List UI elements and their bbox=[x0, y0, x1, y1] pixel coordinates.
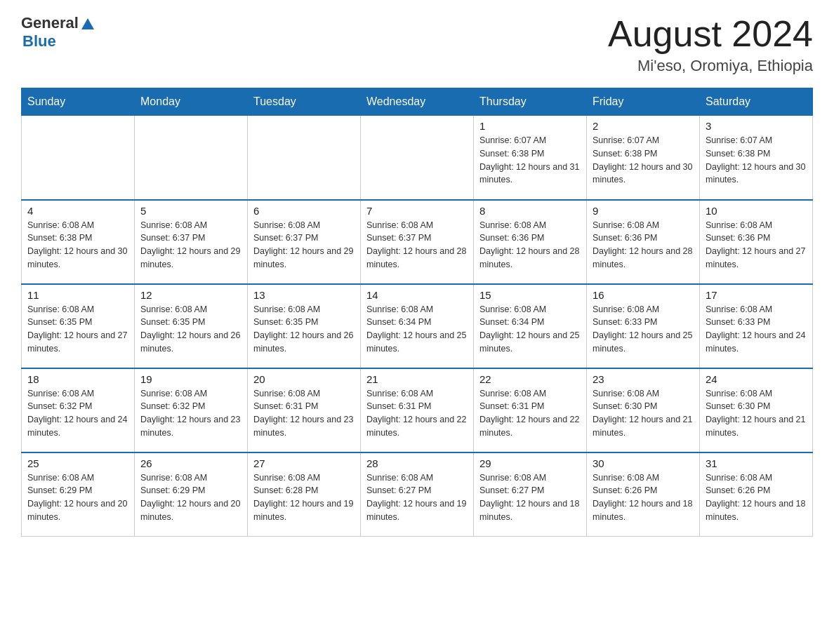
day-info: Sunrise: 6:08 AMSunset: 6:27 PMDaylight:… bbox=[366, 471, 468, 524]
day-info: Sunrise: 6:08 AMSunset: 6:31 PMDaylight:… bbox=[366, 387, 468, 440]
calendar-header-row: SundayMondayTuesdayWednesdayThursdayFrid… bbox=[22, 88, 813, 116]
day-info: Sunrise: 6:07 AMSunset: 6:38 PMDaylight:… bbox=[593, 134, 694, 187]
day-info: Sunrise: 6:08 AMSunset: 6:31 PMDaylight:… bbox=[479, 387, 581, 440]
calendar-cell: 6Sunrise: 6:08 AMSunset: 6:37 PMDaylight… bbox=[248, 200, 361, 284]
day-info: Sunrise: 6:08 AMSunset: 6:33 PMDaylight:… bbox=[706, 303, 807, 356]
day-number: 9 bbox=[593, 205, 694, 217]
calendar-cell: 2Sunrise: 6:07 AMSunset: 6:38 PMDaylight… bbox=[587, 116, 700, 200]
calendar-cell: 18Sunrise: 6:08 AMSunset: 6:32 PMDayligh… bbox=[22, 368, 135, 452]
calendar-cell: 13Sunrise: 6:08 AMSunset: 6:35 PMDayligh… bbox=[248, 284, 361, 368]
day-info: Sunrise: 6:08 AMSunset: 6:30 PMDaylight:… bbox=[706, 387, 807, 440]
calendar-cell bbox=[135, 116, 248, 200]
day-info: Sunrise: 6:08 AMSunset: 6:35 PMDaylight:… bbox=[140, 303, 241, 356]
day-info: Sunrise: 6:08 AMSunset: 6:26 PMDaylight:… bbox=[706, 471, 807, 524]
calendar-table: SundayMondayTuesdayWednesdayThursdayFrid… bbox=[21, 88, 813, 537]
day-info: Sunrise: 6:08 AMSunset: 6:33 PMDaylight:… bbox=[593, 303, 694, 356]
day-number: 28 bbox=[366, 457, 468, 469]
calendar-cell: 23Sunrise: 6:08 AMSunset: 6:30 PMDayligh… bbox=[587, 368, 700, 452]
calendar-cell bbox=[361, 116, 474, 200]
calendar-day-header: Friday bbox=[587, 88, 700, 116]
day-number: 31 bbox=[706, 457, 807, 469]
logo: General Blue bbox=[21, 14, 95, 51]
calendar-cell: 19Sunrise: 6:08 AMSunset: 6:32 PMDayligh… bbox=[135, 368, 248, 452]
day-info: Sunrise: 6:08 AMSunset: 6:34 PMDaylight:… bbox=[366, 303, 468, 356]
calendar-cell: 24Sunrise: 6:08 AMSunset: 6:30 PMDayligh… bbox=[700, 368, 813, 452]
day-number: 17 bbox=[706, 289, 807, 301]
day-info: Sunrise: 6:08 AMSunset: 6:34 PMDaylight:… bbox=[479, 303, 581, 356]
day-info: Sunrise: 6:07 AMSunset: 6:38 PMDaylight:… bbox=[706, 134, 807, 187]
day-number: 29 bbox=[479, 457, 581, 469]
calendar-cell: 21Sunrise: 6:08 AMSunset: 6:31 PMDayligh… bbox=[361, 368, 474, 452]
day-number: 30 bbox=[593, 457, 694, 469]
calendar-week-row: 1Sunrise: 6:07 AMSunset: 6:38 PMDaylight… bbox=[22, 116, 813, 200]
day-number: 6 bbox=[253, 205, 355, 217]
day-number: 18 bbox=[27, 373, 128, 385]
day-info: Sunrise: 6:08 AMSunset: 6:37 PMDaylight:… bbox=[140, 219, 241, 271]
calendar-cell: 4Sunrise: 6:08 AMSunset: 6:38 PMDaylight… bbox=[22, 200, 135, 284]
day-number: 5 bbox=[140, 205, 241, 217]
day-number: 14 bbox=[366, 289, 468, 301]
calendar-day-header: Saturday bbox=[700, 88, 813, 116]
day-number: 3 bbox=[706, 120, 807, 132]
day-number: 22 bbox=[479, 373, 581, 385]
day-number: 25 bbox=[27, 457, 128, 469]
calendar-cell: 31Sunrise: 6:08 AMSunset: 6:26 PMDayligh… bbox=[700, 452, 813, 537]
day-number: 2 bbox=[593, 120, 694, 132]
day-info: Sunrise: 6:08 AMSunset: 6:27 PMDaylight:… bbox=[479, 471, 581, 524]
calendar-week-row: 18Sunrise: 6:08 AMSunset: 6:32 PMDayligh… bbox=[22, 368, 813, 452]
calendar-day-header: Thursday bbox=[474, 88, 587, 116]
calendar-week-row: 4Sunrise: 6:08 AMSunset: 6:38 PMDaylight… bbox=[22, 200, 813, 284]
day-info: Sunrise: 6:08 AMSunset: 6:37 PMDaylight:… bbox=[253, 219, 355, 271]
calendar-cell: 27Sunrise: 6:08 AMSunset: 6:28 PMDayligh… bbox=[248, 452, 361, 537]
calendar-cell: 29Sunrise: 6:08 AMSunset: 6:27 PMDayligh… bbox=[474, 452, 587, 537]
day-info: Sunrise: 6:08 AMSunset: 6:36 PMDaylight:… bbox=[706, 219, 807, 271]
calendar-cell: 1Sunrise: 6:07 AMSunset: 6:38 PMDaylight… bbox=[474, 116, 587, 200]
day-info: Sunrise: 6:08 AMSunset: 6:36 PMDaylight:… bbox=[593, 219, 694, 271]
day-number: 26 bbox=[140, 457, 241, 469]
day-number: 16 bbox=[593, 289, 694, 301]
day-number: 21 bbox=[366, 373, 468, 385]
day-info: Sunrise: 6:08 AMSunset: 6:28 PMDaylight:… bbox=[253, 471, 355, 524]
day-number: 10 bbox=[706, 205, 807, 217]
day-number: 1 bbox=[479, 120, 581, 132]
day-info: Sunrise: 6:07 AMSunset: 6:38 PMDaylight:… bbox=[479, 134, 581, 187]
day-number: 7 bbox=[366, 205, 468, 217]
calendar-cell: 7Sunrise: 6:08 AMSunset: 6:37 PMDaylight… bbox=[361, 200, 474, 284]
calendar-cell: 15Sunrise: 6:08 AMSunset: 6:34 PMDayligh… bbox=[474, 284, 587, 368]
calendar-day-header: Monday bbox=[135, 88, 248, 116]
day-info: Sunrise: 6:08 AMSunset: 6:38 PMDaylight:… bbox=[27, 219, 128, 271]
calendar-cell: 10Sunrise: 6:08 AMSunset: 6:36 PMDayligh… bbox=[700, 200, 813, 284]
day-info: Sunrise: 6:08 AMSunset: 6:36 PMDaylight:… bbox=[479, 219, 581, 271]
calendar-week-row: 25Sunrise: 6:08 AMSunset: 6:29 PMDayligh… bbox=[22, 452, 813, 537]
day-info: Sunrise: 6:08 AMSunset: 6:29 PMDaylight:… bbox=[140, 471, 241, 524]
day-info: Sunrise: 6:08 AMSunset: 6:29 PMDaylight:… bbox=[27, 471, 128, 524]
calendar-cell bbox=[22, 116, 135, 200]
calendar-cell: 5Sunrise: 6:08 AMSunset: 6:37 PMDaylight… bbox=[135, 200, 248, 284]
page-header: General Blue August 2024 Mi'eso, Oromiya… bbox=[21, 14, 813, 75]
day-number: 8 bbox=[479, 205, 581, 217]
svg-marker-0 bbox=[81, 18, 94, 29]
calendar-week-row: 11Sunrise: 6:08 AMSunset: 6:35 PMDayligh… bbox=[22, 284, 813, 368]
calendar-cell bbox=[248, 116, 361, 200]
calendar-cell: 30Sunrise: 6:08 AMSunset: 6:26 PMDayligh… bbox=[587, 452, 700, 537]
calendar-day-header: Sunday bbox=[22, 88, 135, 116]
calendar-cell: 28Sunrise: 6:08 AMSunset: 6:27 PMDayligh… bbox=[361, 452, 474, 537]
calendar-title-block: August 2024 Mi'eso, Oromiya, Ethiopia bbox=[608, 14, 813, 75]
logo-blue-text: Blue bbox=[22, 32, 56, 51]
day-info: Sunrise: 6:08 AMSunset: 6:31 PMDaylight:… bbox=[253, 387, 355, 440]
calendar-subtitle: Mi'eso, Oromiya, Ethiopia bbox=[608, 57, 813, 75]
calendar-cell: 16Sunrise: 6:08 AMSunset: 6:33 PMDayligh… bbox=[587, 284, 700, 368]
calendar-cell: 20Sunrise: 6:08 AMSunset: 6:31 PMDayligh… bbox=[248, 368, 361, 452]
calendar-day-header: Wednesday bbox=[361, 88, 474, 116]
calendar-cell: 22Sunrise: 6:08 AMSunset: 6:31 PMDayligh… bbox=[474, 368, 587, 452]
calendar-day-header: Tuesday bbox=[248, 88, 361, 116]
day-info: Sunrise: 6:08 AMSunset: 6:32 PMDaylight:… bbox=[140, 387, 241, 440]
day-number: 12 bbox=[140, 289, 241, 301]
day-info: Sunrise: 6:08 AMSunset: 6:26 PMDaylight:… bbox=[593, 471, 694, 524]
day-info: Sunrise: 6:08 AMSunset: 6:35 PMDaylight:… bbox=[253, 303, 355, 356]
calendar-cell: 25Sunrise: 6:08 AMSunset: 6:29 PMDayligh… bbox=[22, 452, 135, 537]
calendar-cell: 26Sunrise: 6:08 AMSunset: 6:29 PMDayligh… bbox=[135, 452, 248, 537]
logo-triangle-icon bbox=[80, 15, 95, 31]
calendar-cell: 8Sunrise: 6:08 AMSunset: 6:36 PMDaylight… bbox=[474, 200, 587, 284]
day-number: 27 bbox=[253, 457, 355, 469]
